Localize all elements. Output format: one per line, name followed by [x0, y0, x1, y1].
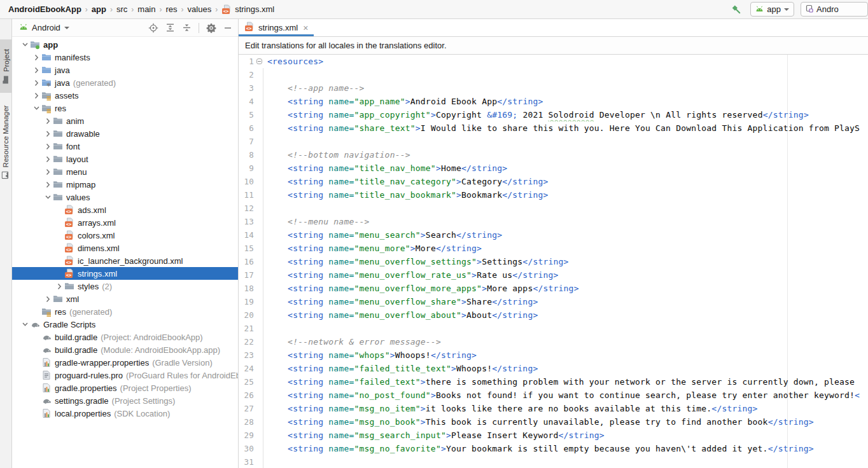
tree-item-build-gradle-project-androidebookapp[interactable]: build.gradle(Project: AndroidEbookApp) [12, 331, 238, 343]
tree-item-gradle-properties-project-properties[interactable]: gradle.properties(Project Properties) [12, 382, 238, 394]
tree-item-xml[interactable]: xml [12, 292, 238, 305]
code-line-29[interactable]: 29 <string name="msg_search_input">Pleas… [239, 429, 868, 442]
tree-item-dimens-xml[interactable]: <> dimens.xml [12, 242, 238, 254]
code-line-11[interactable]: 11 <string name="title_nav_bookmark">Boo… [239, 188, 868, 202]
code-line-23[interactable]: 23 <string name="whops">Whoops!</string> [239, 348, 868, 362]
tree-item-styles-2[interactable]: styles(2) [12, 280, 238, 292]
build-hammer-icon[interactable] [727, 2, 744, 17]
code-line-18[interactable]: 18 <string name="menu_overflow_more_apps… [239, 282, 868, 295]
tree-item-anim[interactable]: anim [12, 114, 238, 127]
code-line-5[interactable]: 5 <string name="app_copyright">Copyright… [239, 108, 868, 121]
code-line-7[interactable]: 7 [239, 135, 868, 148]
close-icon[interactable]: × [303, 24, 308, 32]
code-line-24[interactable]: 24 <string name="failed_title_text">Whoo… [239, 362, 868, 375]
device-selector-combo[interactable]: Andro [801, 2, 868, 17]
tree-item-drawable[interactable]: drawable [12, 127, 238, 140]
tree-item-strings-xml[interactable]: <> strings.xml [12, 267, 238, 280]
code-line-21[interactable]: 21 [239, 322, 868, 335]
breadcrumb-item-app[interactable]: app [92, 4, 106, 14]
chevron-right-icon[interactable] [31, 78, 41, 88]
chevron-right-icon[interactable] [43, 154, 53, 164]
tree-item-res[interactable]: res [12, 102, 238, 114]
code-editor[interactable]: 1<resources>23 <!--app name-->4 <string … [239, 55, 868, 468]
chevron-down-icon[interactable] [31, 103, 41, 113]
tree-item-proguard-rules-pro-proguard-rules-for-androidebookapp[interactable]: proguard-rules.pro(ProGuard Rules for An… [12, 369, 238, 382]
tree-item-arrays-xml[interactable]: <> arrays.xml [12, 216, 238, 229]
tree-item-gradle-wrapper-properties-gradle-version[interactable]: gradle-wrapper.properties(Gradle Version… [12, 356, 238, 369]
code-line-8[interactable]: 8 <!--bottom navigation--> [239, 148, 868, 162]
code-line-22[interactable]: 22 <!--network & error message--> [239, 335, 868, 348]
locate-icon[interactable] [147, 22, 160, 34]
code-line-1[interactable]: 1<resources> [239, 55, 868, 68]
tree-item-colors-xml[interactable]: <> colors.xml [12, 229, 238, 242]
chevron-right-icon[interactable] [31, 52, 41, 62]
chevron-right-icon[interactable] [43, 294, 53, 304]
tab-strings-xml[interactable]: <> strings.xml × [239, 19, 314, 36]
chevron-right-icon[interactable] [31, 65, 41, 75]
code-line-10[interactable]: 10 <string name="title_nav_category">Cat… [239, 175, 868, 188]
tree-item-values[interactable]: values [12, 191, 238, 203]
breadcrumb-item-src[interactable]: src [116, 4, 127, 14]
tree-item-mipmap[interactable]: mipmap [12, 178, 238, 191]
tree-item-res-generated[interactable]: res(generated) [12, 305, 238, 318]
code-line-16[interactable]: 16 <string name="menu_overflow_settings"… [239, 255, 868, 268]
code-line-2[interactable]: 2 [239, 68, 868, 81]
breadcrumb-item-main[interactable]: main [137, 4, 155, 14]
chevron-right-icon[interactable] [43, 116, 53, 126]
code-line-26[interactable]: 26 <string name="no_post_found">Books no… [239, 389, 868, 402]
chevron-right-icon[interactable] [43, 141, 53, 151]
code-line-17[interactable]: 17 <string name="menu_overflow_rate_us">… [239, 268, 868, 282]
run-configuration-combo[interactable]: app [750, 2, 794, 17]
code-line-27[interactable]: 27 <string name="msg_no_item">it looks l… [239, 402, 868, 415]
chevron-right-icon[interactable] [54, 281, 64, 291]
stripe-tab-project[interactable]: Project [0, 39, 11, 93]
code-line-20[interactable]: 20 <string name="menu_overflow_about">Ab… [239, 308, 868, 322]
tree-item-settings-gradle-project-settings[interactable]: settings.gradle(Project Settings) [12, 394, 238, 407]
code-line-31[interactable]: 31 [239, 455, 868, 468]
tree-item-java-generated[interactable]: ✱java(generated) [12, 76, 238, 89]
tree-item-layout[interactable]: layout [12, 153, 238, 165]
breadcrumb-item-res[interactable]: res [165, 4, 177, 14]
tree-item-app[interactable]: app [12, 38, 238, 51]
tree-item-font[interactable]: font [12, 140, 238, 153]
tree-item-gradle-scripts[interactable]: Gradle Scripts [12, 318, 238, 331]
code-line-19[interactable]: 19 <string name="menu_overflow_share">Sh… [239, 295, 868, 308]
code-line-3[interactable]: 3 <!--app name--> [239, 81, 868, 95]
code-line-12[interactable]: 12 [239, 202, 868, 215]
tree-item-build-gradle-module-androidebookapp-app[interactable]: build.gradle(Module: AndroidEbookApp.app… [12, 343, 238, 356]
code-line-4[interactable]: 4 <string name="app_name">Android Ebook … [239, 95, 868, 108]
chevron-right-icon[interactable] [31, 90, 41, 100]
tree-item-local-properties-sdk-location[interactable]: local.properties(SDK Location) [12, 407, 238, 420]
code-line-text: <string name="menu_overflow_settings">Se… [267, 255, 868, 268]
code-line-6[interactable]: 6 <string name="share_text">I Would like… [239, 121, 868, 135]
code-line-30[interactable]: 30 <string name="msg_no_favorite">Your b… [239, 442, 868, 455]
tree-item-menu[interactable]: menu [12, 165, 238, 178]
code-line-13[interactable]: 13 <!--menu name--> [239, 215, 868, 228]
code-line-25[interactable]: 25 <string name="failed_text">there is s… [239, 375, 868, 389]
project-view-selector[interactable]: Android [19, 23, 69, 32]
code-line-14[interactable]: 14 <string name="menu_search">Search</st… [239, 228, 868, 242]
breadcrumb-item-values[interactable]: values [188, 4, 212, 14]
collapse-all-icon[interactable] [180, 22, 193, 34]
fold-marker-icon[interactable] [256, 59, 262, 64]
chevron-down-icon[interactable] [43, 192, 53, 202]
tree-item-manifests[interactable]: manifests [12, 51, 238, 64]
code-line-15[interactable]: 15 <string name="menu_more">More</string… [239, 242, 868, 255]
tree-item-java[interactable]: java [12, 64, 238, 76]
tree-item-ic-launcher-background-xml[interactable]: <> ic_launcher_background.xml [12, 254, 238, 267]
chevron-right-icon[interactable] [43, 128, 53, 139]
chevron-right-icon[interactable] [43, 167, 53, 177]
tree-item-assets[interactable]: assets [12, 89, 238, 102]
breadcrumb-item-strings-xml[interactable]: <> strings.xml [221, 4, 274, 15]
chevron-right-icon[interactable] [43, 179, 53, 189]
chevron-down-icon[interactable] [20, 39, 30, 50]
tree-item-ads-xml[interactable]: <> ads.xml [12, 203, 238, 216]
settings-gear-icon[interactable] [205, 22, 218, 34]
stripe-tab-resource-manager[interactable]: Resource Manager [0, 97, 11, 187]
breadcrumb-item-androidebookapp[interactable]: AndroidEbookApp [8, 4, 81, 14]
code-line-9[interactable]: 9 <string name="title_nav_home">Home</st… [239, 162, 868, 175]
code-line-28[interactable]: 28 <string name="msg_no_book">This book … [239, 415, 868, 429]
hide-icon[interactable] [221, 22, 234, 34]
chevron-down-icon[interactable] [20, 319, 30, 329]
expand-all-icon[interactable] [164, 22, 176, 34]
